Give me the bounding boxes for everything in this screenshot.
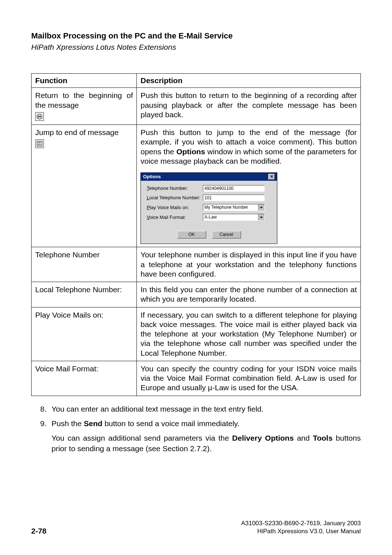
func-description: In this field you can enter the phone nu…: [137, 282, 361, 307]
func-label: Return to the beginning of the message: [35, 91, 133, 109]
table-row: Play Voice Mails on: If necessary, you c…: [32, 307, 361, 361]
func-description: You can specify the country coding for y…: [137, 361, 361, 396]
chevron-down-icon: [258, 214, 264, 220]
play-voice-mails-label: Play Voice Mails on:: [147, 205, 203, 211]
page: Mailbox Processing on the PC and the E-M…: [0, 0, 392, 555]
doc-id: A31003-S2330-B690-2-7619, January 2003: [241, 519, 361, 527]
paragraph: You can assign additional send parameter…: [52, 433, 361, 454]
jump-to-end-icon: [35, 139, 44, 148]
voice-mail-format-select[interactable]: A-Law: [203, 214, 265, 221]
option-row: Voice Mail Format: A-Law: [147, 214, 271, 221]
close-icon[interactable]: ✕: [268, 174, 275, 180]
local-telephone-number-label: Local Telephone Number:: [147, 195, 203, 201]
svg-rect-1: [38, 115, 39, 118]
page-subtitle: HiPath Xpressions Lotus Notes Extensions: [31, 43, 361, 52]
play-voice-mails-select[interactable]: My Telephone Number: [203, 204, 265, 211]
table-row: Return to the beginning of the message P…: [32, 88, 361, 125]
table-row: Jump to end of message Push this b: [32, 125, 361, 247]
cancel-button[interactable]: Cancel: [212, 231, 241, 238]
func-label: Play Voice Mails on:: [32, 307, 137, 361]
select-value: A-Law: [204, 215, 217, 220]
options-title: Options: [143, 174, 161, 180]
return-to-start-icon: [35, 112, 44, 121]
func-label: Jump to end of message: [35, 128, 119, 136]
option-row: Play Voice Mails on: My Telephone Number: [147, 204, 271, 211]
local-telephone-number-field[interactable]: [203, 195, 265, 201]
list-item: Push the Send button to send a voice mai…: [49, 419, 361, 429]
table-row: Telephone Number Your telephone number i…: [32, 247, 361, 282]
page-title: Mailbox Processing on the PC and the E-M…: [31, 31, 361, 41]
col-header-description: Description: [137, 74, 361, 88]
func-label: Voice Mail Format:: [32, 361, 137, 396]
func-label: Local Telephone Number:: [32, 282, 137, 307]
function-table: Function Description Return to the begin…: [31, 73, 361, 396]
svg-point-5: [38, 144, 39, 146]
options-body: Telephone Number: Local Telephone Number…: [141, 181, 277, 244]
ok-button[interactable]: OK: [177, 231, 206, 238]
dialog-buttons: OK Cancel: [147, 231, 271, 238]
col-header-function: Function: [32, 74, 137, 88]
svg-marker-2: [39, 115, 41, 118]
select-value: My Telephone Number: [204, 205, 248, 210]
page-number: 2-78: [31, 527, 46, 535]
table-row: Voice Mail Format: You can specify the c…: [32, 361, 361, 396]
options-titlebar: Options ✕: [141, 173, 277, 181]
option-row: Telephone Number:: [147, 185, 271, 192]
chevron-down-icon: [258, 204, 264, 211]
option-row: Local Telephone Number:: [147, 195, 271, 201]
options-dialog: Options ✕ Telephone Number: Local Teleph…: [140, 172, 277, 244]
product-line: HiPath Xpressions V3.0, User Manual: [241, 527, 361, 535]
telephone-number-field[interactable]: [203, 185, 265, 192]
func-description: Push this button to jump to the end of t…: [140, 128, 357, 165]
list-item: You can enter an additional text message…: [49, 404, 361, 414]
voice-mail-format-label: Voice Mail Format:: [147, 215, 203, 220]
svg-point-4: [38, 142, 39, 143]
telephone-number-label: Telephone Number:: [147, 185, 203, 191]
page-footer: 2-78 A31003-S2330-B690-2-7619, January 2…: [31, 519, 361, 535]
func-label: Telephone Number: [32, 247, 137, 282]
table-row: Local Telephone Number: In this field yo…: [32, 282, 361, 307]
func-description: Your telephone number is displayed in th…: [137, 247, 361, 282]
numbered-steps: You can enter an additional text message…: [31, 404, 361, 429]
func-description: Push this button to return to the beginn…: [137, 88, 361, 125]
func-description: If necessary, you can switch to a differ…: [137, 307, 361, 361]
